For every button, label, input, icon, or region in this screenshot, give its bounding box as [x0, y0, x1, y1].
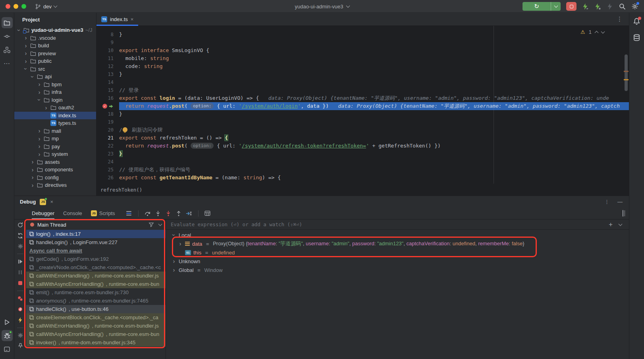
resume-icon[interactable] — [17, 258, 23, 265]
git-branch-widget[interactable]: dev — [35, 0, 57, 13]
gutter[interactable]: 16 — [96, 94, 119, 102]
next-problem-icon[interactable] — [601, 29, 605, 33]
settings-button[interactable] — [631, 3, 638, 10]
code-line-18[interactable]: 18} — [96, 110, 629, 118]
tree-item-directives[interactable]: ›directives — [14, 181, 96, 189]
frame-row[interactable]: anonymous(), runtime-core.esm-bundler.js… — [26, 297, 166, 305]
tree-item-.vscode[interactable]: ›.vscode — [14, 34, 96, 42]
tree-item-api[interactable]: ›api — [14, 73, 96, 81]
code-line-22[interactable]: 22 return request.post( option: { url: '… — [96, 142, 629, 150]
sidebar-item-debug[interactable] — [2, 330, 13, 341]
frame-row[interactable]: login(), index.ts:17 — [26, 230, 166, 238]
chevron-collapsed-icon[interactable]: › — [44, 106, 48, 110]
gutter[interactable]: 11 — [96, 54, 119, 62]
gutter[interactable]: 22 — [96, 142, 119, 150]
sidebar-item-more[interactable]: ⋯ — [2, 58, 13, 69]
frame-row[interactable]: Async call from await — [26, 246, 166, 255]
code-line-26[interactable]: 26export const getTenantIdByName = (name… — [96, 174, 629, 182]
run-config-dropdown-icon[interactable] — [551, 6, 561, 7]
hide-tool-window-icon[interactable]: — — [617, 199, 623, 205]
scope-global[interactable]: › Global = Window — [166, 266, 629, 274]
gutter[interactable]: 21 — [96, 134, 119, 142]
inspections-widget[interactable]: ⚠ 1 — [580, 29, 604, 35]
breadcrumb-item[interactable]: refreshToken() — [100, 187, 142, 193]
tree-item-pay[interactable]: ›pay — [14, 143, 96, 151]
chevron-expanded-icon[interactable]: › — [31, 74, 35, 79]
stop-button[interactable] — [566, 2, 577, 11]
tab-debugger[interactable]: Debugger — [32, 208, 54, 219]
layout-settings-icon[interactable] — [623, 210, 623, 216]
step-out-icon[interactable] — [174, 208, 184, 219]
chevron-expanded-icon[interactable]: › — [37, 97, 41, 102]
mac-minimize-button[interactable] — [13, 4, 18, 9]
search-icon[interactable] — [619, 3, 626, 10]
code-line-12[interactable]: 12 code: string — [96, 62, 629, 70]
evaluate-expression-input[interactable]: Evaluate expression (⏎) or add a watch (… — [166, 219, 629, 230]
debug-settings-icon[interactable] — [17, 332, 23, 338]
tree-item-login[interactable]: ›login — [14, 96, 96, 104]
chevron-collapsed-icon[interactable]: › — [23, 44, 28, 48]
run-to-cursor-icon[interactable] — [184, 208, 194, 219]
quick-run-icon[interactable] — [582, 3, 589, 10]
gutter[interactable]: 26 — [96, 174, 119, 182]
frame-row[interactable]: createElementBlock.onClick._cache.<compu… — [26, 313, 166, 322]
rerun-session-icon[interactable] — [17, 222, 23, 228]
code-line-19[interactable]: 19 — [96, 118, 629, 126]
debug-options-kebab-icon[interactable]: ⋮ — [604, 199, 609, 205]
chevron-collapsed-icon[interactable]: › — [23, 59, 28, 63]
variable-data[interactable]: › data = Proxy(Object) {tenantName: "芋道源… — [166, 239, 629, 248]
tree-item-oauth2[interactable]: ›oauth2 — [14, 104, 96, 112]
layout-options-icon[interactable] — [124, 208, 134, 219]
chevron-collapsed-icon[interactable]: › — [23, 36, 28, 40]
code-line-17[interactable]: ✓ return request.post( option: { url: '/… — [96, 102, 629, 110]
frame-row[interactable]: _createVNode.onClick._cache.<computed>._… — [26, 263, 166, 272]
breakpoint-verified-icon[interactable]: ✓ — [102, 104, 107, 109]
add-watch-icon[interactable]: + — [609, 222, 613, 227]
tree-item-types.ts[interactable]: TStypes.ts — [14, 119, 96, 127]
gutter[interactable]: 12 — [96, 62, 119, 70]
thread-dropdown-icon[interactable] — [158, 222, 162, 226]
tree-item-components[interactable]: ›components — [14, 166, 96, 174]
scrollbar-thumb[interactable] — [625, 54, 628, 91]
tab-scripts[interactable]: JSScripts — [91, 208, 115, 219]
frame-row[interactable]: callWithErrorHandling(), runtime-core.es… — [26, 322, 166, 330]
gutter[interactable]: 23 — [96, 150, 119, 158]
gutter[interactable]: 14 — [96, 78, 119, 86]
code-line-20[interactable]: 20/ 刷新访问令牌 — [96, 126, 629, 134]
gutter[interactable]: 13 — [96, 70, 119, 78]
step-over-icon[interactable] — [143, 208, 153, 219]
close-session-icon[interactable]: × — [50, 199, 53, 205]
chevron-expanded-icon[interactable]: › — [172, 233, 176, 237]
sidebar-item-project[interactable] — [2, 17, 13, 28]
code-line-9[interactable]: 9 — [96, 39, 629, 47]
code-line-8[interactable]: 8} — [96, 31, 629, 39]
tree-item-bpm[interactable]: ›bpm — [14, 81, 96, 89]
mute-breakpoints-icon[interactable] — [17, 306, 23, 312]
scope-unknown[interactable]: › Unknown — [166, 257, 629, 266]
chevron-collapsed-icon[interactable]: › — [37, 137, 42, 141]
evaluate-dropdown-icon[interactable] — [619, 222, 623, 226]
code-area[interactable]: 8}910export interface SmsLoginVO {11 mob… — [96, 26, 629, 184]
gutter[interactable]: 10 — [96, 47, 119, 54]
code-line-21[interactable]: 21export const refreshToken = () => { — [96, 134, 629, 142]
tree-item-build[interactable]: ›build — [14, 42, 96, 50]
exception-breakpoint-icon[interactable] — [17, 317, 23, 323]
editor-scrollbar[interactable] — [623, 26, 629, 184]
sidebar-item-structure[interactable] — [2, 44, 13, 55]
tree-item-system[interactable]: ›system — [14, 150, 96, 158]
chevron-collapsed-icon[interactable]: › — [30, 183, 35, 187]
force-step-into-icon[interactable] — [163, 208, 174, 219]
refresh-icon[interactable] — [17, 233, 23, 239]
tree-item-mall[interactable]: ›mall — [14, 127, 96, 135]
chevron-expanded-icon[interactable]: › — [24, 66, 28, 71]
code-line-23[interactable]: 23} — [96, 150, 629, 158]
stop-session-icon[interactable] — [17, 280, 23, 286]
tab-console[interactable]: Console — [63, 208, 82, 219]
chevron-collapsed-icon[interactable]: › — [37, 82, 42, 86]
gutter[interactable]: ✓ — [96, 102, 119, 110]
thread-header[interactable]: Main Thread — [26, 219, 166, 230]
filter-funnel-icon[interactable] — [148, 222, 154, 227]
code-line-13[interactable]: 13} — [96, 70, 629, 78]
chevron-collapsed-icon[interactable]: › — [37, 152, 42, 156]
chevron-collapsed-icon[interactable]: › — [172, 268, 176, 272]
